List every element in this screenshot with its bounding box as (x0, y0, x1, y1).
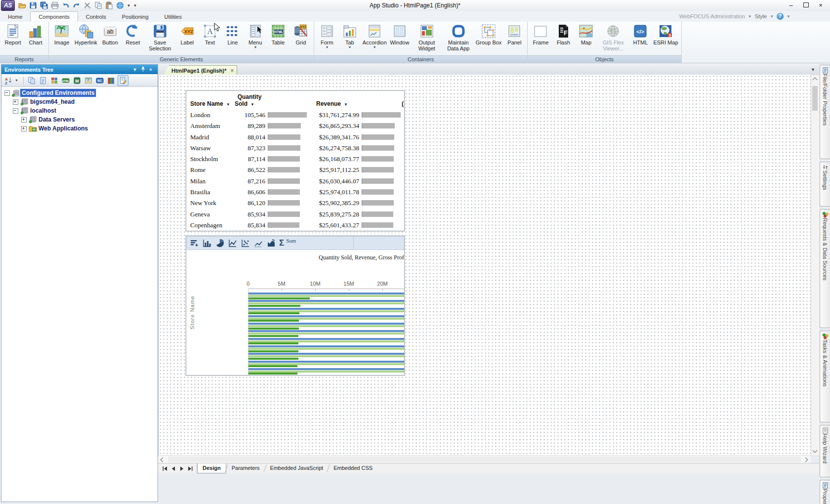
panel-button[interactable]: Panel (503, 22, 526, 45)
canvas-vertical-scrollbar[interactable] (811, 75, 820, 456)
library-button[interactable] (106, 76, 116, 85)
scroll-up-icon[interactable] (813, 78, 817, 82)
customize-arrow-icon[interactable]: ▼ (132, 1, 138, 10)
html-file-button[interactable]: HTML (61, 76, 71, 85)
horizontal-scrollbar-thumb[interactable] (168, 457, 801, 462)
ribbon-tab-utilities[interactable]: Utilities (157, 12, 190, 21)
print-button[interactable] (50, 1, 60, 10)
first-record-button[interactable] (161, 465, 168, 472)
tree-node-bigscm64-head[interactable]: bigscm64_head (1, 97, 158, 106)
sort-bars-button[interactable] (189, 238, 199, 248)
save-all-button[interactable] (39, 1, 49, 10)
column-header-quantity-sold[interactable]: Sold▼ (230, 100, 259, 107)
filter-icon[interactable]: ▼ (250, 102, 254, 107)
image-button[interactable]: Image (50, 22, 73, 45)
redo-button[interactable] (72, 1, 82, 10)
canvas-horizontal-scrollbar[interactable] (158, 455, 811, 463)
esri-map-button[interactable]: 5ESRI Map (652, 22, 679, 45)
chart-button[interactable]: Chart (24, 22, 47, 45)
flash-button[interactable]: FFlash (552, 22, 575, 45)
sort-dropdown-arrow-icon[interactable]: ▼ (15, 79, 20, 82)
column-header-revenue[interactable]: Revenue▼ (316, 100, 348, 107)
env-report-button[interactable] (38, 76, 48, 85)
view-tab-embedded-javascript[interactable]: Embedded JavaScript (265, 463, 329, 473)
dropdown-arrow-icon[interactable]: ▼ (373, 45, 376, 49)
text-button[interactable]: AText (199, 22, 221, 45)
menu-button[interactable]: Menu▼ (244, 22, 267, 49)
save-button[interactable] (28, 1, 38, 10)
expand-icon[interactable] (21, 126, 27, 131)
dropdown-arrow-icon[interactable]: ▼ (126, 1, 131, 10)
chart-component[interactable]: ΣSum Quantity Sold, Revenue, Gross Profi… (186, 236, 405, 376)
gis-flex-viewer-button[interactable]: GIS Flex Viewer... (597, 22, 629, 51)
last-record-button[interactable] (186, 465, 194, 472)
minimize-button[interactable]: – (784, 0, 798, 10)
run-button[interactable] (115, 1, 125, 10)
ribbon-tab-positioning[interactable]: Positioning (114, 12, 157, 21)
tree-node-localhost[interactable]: localhost (1, 106, 158, 115)
report-button[interactable]: Report (1, 22, 24, 45)
copy-button[interactable] (93, 1, 103, 10)
view-source-button[interactable] (118, 75, 128, 86)
previous-record-button[interactable] (169, 465, 177, 472)
env-copy-button[interactable] (27, 76, 37, 85)
blocks-button[interactable] (49, 76, 59, 85)
panel-tab-help-wizard[interactable]: Help Wizard (820, 425, 830, 477)
help-icon[interactable]: ? (777, 13, 784, 20)
scroll-down-icon[interactable] (813, 449, 817, 453)
dropdown-arrow-icon[interactable]: ▼ (348, 45, 351, 49)
ribbon-tab-controls[interactable]: Controls (78, 12, 114, 21)
sigma-sum-button[interactable]: Σ (279, 239, 284, 248)
scroll-right-icon[interactable] (804, 458, 808, 462)
maintain-data-app-button[interactable]: Maintain Data App (443, 22, 474, 51)
table-button[interactable]: HTMLTable (267, 22, 290, 45)
group-box-button[interactable]: Group Box (474, 22, 503, 45)
frame-button[interactable]: Frame (529, 22, 552, 45)
line-button[interactable]: Line (221, 22, 244, 45)
style-menu[interactable]: Style (755, 13, 767, 19)
hyperlink-button[interactable]: Hyperlink (73, 22, 99, 45)
document-tab-close-icon[interactable]: × (230, 67, 234, 74)
paste-button[interactable] (104, 1, 114, 10)
line-chart-button[interactable] (228, 238, 238, 248)
next-record-button[interactable] (178, 465, 185, 472)
maximize-button[interactable] (798, 0, 813, 10)
save-selection-button[interactable]: Save Selection (144, 22, 176, 51)
ribbon-tab-home[interactable]: Home (0, 12, 30, 21)
open-button[interactable] (17, 1, 27, 10)
close-button[interactable]: × (813, 0, 828, 10)
reporting-object-button[interactable]: RC (95, 76, 105, 85)
sort-button[interactable]: AZ (3, 76, 13, 85)
step-chart-button[interactable] (253, 238, 263, 248)
output-widget-button[interactable]: Output Widget (411, 22, 443, 51)
panel-tab-file-folder-properties[interactable]: File/Folder Properties (820, 65, 830, 159)
tree-node-web-applications[interactable]: Web Applications (1, 124, 158, 133)
panel-tab-settings[interactable]: Settings (820, 162, 830, 207)
filter-icon[interactable]: ▼ (344, 102, 348, 107)
image-file-button[interactable] (83, 76, 93, 85)
form-button[interactable]: Form▼ (316, 22, 338, 49)
document-tab[interactable]: HtmlPage1 (English)* × (163, 65, 237, 75)
panel-tab-tasks-animations[interactable]: Tasks & Animations (820, 331, 830, 422)
expand-icon[interactable] (13, 99, 18, 105)
report-table-component[interactable]: Store Name▼ Quantity Sold▼ Revenue▼ ( Lo… (186, 90, 405, 231)
webfocus-administration-menu[interactable]: WebFOCUS Administration (679, 13, 745, 19)
grid-button[interactable]: XYZGrid (290, 22, 312, 45)
column-header-store-name[interactable]: Store Name▼ (190, 100, 230, 107)
area-chart-button[interactable] (266, 238, 276, 248)
tab-list-dropdown-icon[interactable]: ▼ (811, 67, 815, 72)
pin-icon[interactable] (139, 66, 147, 73)
bar-chart-button[interactable] (202, 238, 212, 248)
view-tab-parameters[interactable]: Parameters (227, 463, 265, 473)
scroll-left-icon[interactable] (161, 458, 165, 462)
label-button[interactable]: XYZLabel (176, 22, 199, 45)
reset-button[interactable]: Reset (122, 22, 144, 45)
panel-close-icon[interactable]: × (147, 67, 155, 72)
dropdown-arrow-icon[interactable]: ▼ (325, 45, 329, 49)
tree-node-data-servers[interactable]: Data Servers (1, 115, 158, 124)
window-button[interactable]: Window (388, 22, 411, 45)
panel-menu-icon[interactable]: ▼ (131, 67, 139, 72)
tree-node-configured-environments[interactable]: Configured Environments (1, 88, 158, 97)
pie-chart-button[interactable] (215, 238, 225, 248)
tools-button[interactable] (83, 1, 92, 10)
